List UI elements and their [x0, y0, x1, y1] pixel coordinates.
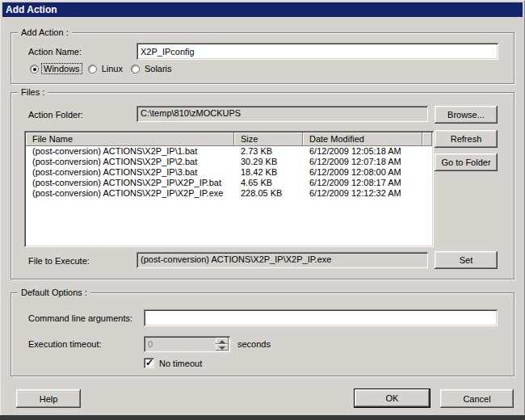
file-name-cell: (post-conversion) ACTIONS\X2P_IP\2.bat [26, 157, 234, 167]
file-name-cell: (post-conversion) ACTIONS\X2P_IP\3.bat [26, 167, 234, 178]
file-size-cell: 18.42 KB [234, 167, 303, 178]
column-header-size[interactable]: Size [234, 132, 303, 146]
refresh-button-label: Refresh [451, 134, 482, 144]
go-to-folder-button-label: Go to Folder [441, 158, 490, 167]
radio-solaris-label: Solaris [143, 64, 174, 74]
no-timeout-option[interactable]: No timeout [144, 358, 202, 368]
radio-windows-label: Windows [42, 64, 82, 74]
table-row[interactable]: (post-conversion) ACTIONS\X2P_IP\X2P_IP.… [26, 188, 432, 199]
column-header-filler [422, 132, 432, 146]
file-name-cell: (post-conversion) ACTIONS\X2P_IP\1.bat [26, 146, 234, 157]
execution-timeout-value: 0 [148, 339, 153, 349]
arrow-up-icon [219, 340, 225, 343]
file-size-cell: 2.73 KB [234, 146, 303, 157]
table-row[interactable]: (post-conversion) ACTIONS\X2P_IP\X2P_IP.… [26, 178, 432, 188]
action-folder-field: C:\temp\810\zMOCKUPS [136, 106, 428, 122]
file-size-cell: 30.29 KB [234, 157, 303, 167]
ok-button-label: OK [386, 393, 399, 403]
spinner-buttons [216, 338, 229, 351]
files-group-legend: Files : [18, 87, 48, 97]
arrow-down-icon [219, 346, 225, 350]
radio-solaris[interactable]: Solaris [131, 64, 174, 74]
action-name-label: Action Name: [28, 47, 82, 57]
os-radio-group: Windows Linux Solaris [30, 64, 174, 74]
refresh-button[interactable]: Refresh [435, 130, 498, 148]
default-options-group-legend: Default Options : [18, 288, 90, 297]
command-line-arguments-input[interactable] [144, 309, 498, 326]
window-bottom-edge [0, 415, 525, 420]
spin-down-button[interactable] [216, 344, 229, 351]
column-header-date-modified[interactable]: Date Modified [303, 132, 422, 146]
action-folder-value: C:\temp\810\zMOCKUPS [141, 108, 241, 118]
file-name-cell: (post-conversion) ACTIONS\X2P_IP\X2P_IP.… [26, 188, 234, 199]
spin-up-button[interactable] [216, 338, 229, 344]
file-to-execute-value: (post-conversion) ACTIONS\X2P_IP\X2P_IP.… [141, 254, 331, 264]
table-row[interactable]: (post-conversion) ACTIONS\X2P_IP\2.bat 3… [26, 157, 432, 167]
add-action-dialog: Add Action Add Action : Action Name: Win… [0, 0, 525, 420]
radio-linux-circle [88, 65, 97, 74]
cancel-button[interactable]: Cancel [440, 389, 514, 408]
table-row[interactable]: (post-conversion) ACTIONS\X2P_IP\1.bat 2… [26, 146, 432, 157]
action-name-input[interactable] [136, 43, 498, 60]
radio-windows-circle [30, 65, 39, 74]
file-date-cell: 6/12/2009 12:12:32 AM [303, 188, 422, 199]
file-date-cell: 6/12/2009 12:08:17 AM [303, 178, 422, 188]
browse-button-label: Browse... [447, 110, 485, 120]
set-button[interactable]: Set [435, 251, 498, 269]
file-to-execute-label: File to Execute: [28, 256, 90, 266]
no-timeout-checkbox[interactable] [144, 358, 154, 368]
execution-timeout-spinner: 0 [144, 336, 230, 352]
radio-windows[interactable]: Windows [30, 64, 82, 74]
help-button-label: Help [40, 394, 58, 404]
seconds-label: seconds [237, 339, 271, 349]
file-list-viewport: File Name Size Date Modified (post-conve… [26, 132, 432, 246]
add-action-group-legend: Add Action : [18, 27, 72, 37]
radio-solaris-circle [131, 65, 140, 74]
file-size-cell: 4.65 KB [234, 178, 303, 188]
file-date-cell: 6/12/2009 12:08:00 AM [303, 167, 422, 178]
action-folder-label: Action Folder: [28, 110, 83, 120]
window-title: Add Action [6, 4, 57, 15]
ok-button[interactable]: OK [354, 388, 430, 408]
column-header-file-name[interactable]: File Name [26, 132, 234, 146]
no-timeout-label: No timeout [159, 359, 202, 368]
browse-button[interactable]: Browse... [435, 106, 498, 124]
radio-linux[interactable]: Linux [88, 64, 124, 74]
file-name-cell: (post-conversion) ACTIONS\X2P_IP\X2P_IP.… [26, 178, 234, 188]
execution-timeout-label: Execution timeout: [28, 339, 102, 349]
set-button-label: Set [460, 255, 473, 265]
help-button[interactable]: Help [16, 389, 81, 408]
file-to-execute-field: (post-conversion) ACTIONS\X2P_IP\X2P_IP.… [136, 252, 428, 268]
file-date-cell: 6/12/2009 12:07:18 AM [303, 157, 422, 167]
table-row[interactable]: (post-conversion) ACTIONS\X2P_IP\3.bat 1… [26, 167, 432, 178]
radio-linux-label: Linux [100, 64, 124, 74]
file-size-cell: 228.05 KB [234, 188, 303, 199]
title-bar[interactable]: Add Action [2, 2, 523, 17]
file-list[interactable]: File Name Size Date Modified (post-conve… [24, 131, 434, 247]
file-list-header: File Name Size Date Modified [26, 132, 432, 146]
file-date-cell: 6/12/2009 12:05:18 AM [303, 146, 422, 157]
default-options-group: Default Options : [10, 292, 514, 376]
go-to-folder-button[interactable]: Go to Folder [435, 153, 498, 171]
command-line-arguments-label: Command line arguments: [28, 313, 132, 323]
cancel-button-label: Cancel [463, 394, 490, 404]
